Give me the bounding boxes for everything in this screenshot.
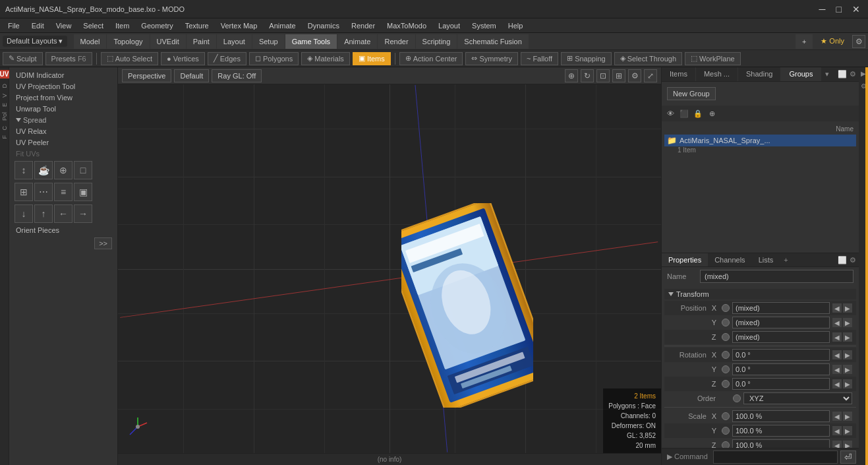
- layout-selector[interactable]: Default Layouts ▾: [3, 36, 67, 47]
- tool-icon-cup[interactable]: ☕: [34, 161, 53, 179]
- settings-icon[interactable]: ⚙: [852, 35, 865, 48]
- panel-settings-icon[interactable]: ⚙: [850, 70, 856, 78]
- polygons-button[interactable]: ◻ Polygons: [249, 52, 299, 65]
- order-select[interactable]: XYZ: [743, 392, 852, 404]
- menu-edit[interactable]: Edit: [26, 20, 49, 31]
- menu-animate[interactable]: Animate: [264, 20, 301, 31]
- rotation-y-dot[interactable]: [722, 365, 730, 373]
- position-y-next[interactable]: ▶: [843, 318, 852, 327]
- tool-uvpeeler[interactable]: UV Peeler: [12, 137, 115, 148]
- scale-x-input[interactable]: [732, 410, 830, 422]
- scale-x-next[interactable]: ▶: [843, 412, 852, 421]
- rotation-x-prev[interactable]: ◀: [832, 350, 842, 359]
- tab-scripting[interactable]: Scripting: [416, 34, 457, 49]
- menu-file[interactable]: File: [3, 20, 25, 31]
- rotation-x-dot[interactable]: [722, 351, 730, 359]
- scale-x-prev[interactable]: ◀: [832, 412, 842, 421]
- add-item-button[interactable]: ⊕: [706, 108, 718, 119]
- viewport-fit-icon[interactable]: ⊕: [565, 69, 578, 82]
- position-y-input[interactable]: [732, 317, 830, 328]
- scale-z-prev[interactable]: ◀: [832, 441, 842, 448]
- command-input[interactable]: [713, 450, 838, 464]
- position-z-prev[interactable]: ◀: [832, 332, 842, 342]
- scale-y-next[interactable]: ▶: [843, 426, 852, 435]
- tab-render[interactable]: Render: [378, 34, 415, 49]
- add-workspace-button[interactable]: +: [796, 34, 813, 49]
- vertices-button[interactable]: ● Vertices: [161, 52, 205, 65]
- viewport-settings-icon[interactable]: ⚙: [628, 69, 641, 82]
- tool-fituvs[interactable]: Fit UVs: [12, 148, 115, 159]
- tab-schematic[interactable]: Schematic Fusion: [457, 34, 528, 49]
- tab-animate[interactable]: Animate: [337, 34, 377, 49]
- tab-setup[interactable]: Setup: [252, 34, 285, 49]
- perspective-button[interactable]: Perspective: [122, 69, 171, 82]
- tool-udim[interactable]: UDIM Indicator: [12, 70, 115, 80]
- scale-y-input[interactable]: [732, 425, 830, 437]
- rotation-z-dot[interactable]: [722, 380, 730, 388]
- items-button[interactable]: ▣ Items: [353, 52, 391, 65]
- menu-layout[interactable]: Layout: [433, 20, 465, 31]
- render-toggle-button[interactable]: 🔒: [692, 108, 704, 119]
- scale-z-dot[interactable]: [722, 441, 730, 448]
- tool-icon-lines[interactable]: ≡: [54, 183, 72, 201]
- tool-icon-move[interactable]: ↕: [14, 161, 33, 179]
- tab-gametools[interactable]: Game Tools: [285, 34, 337, 49]
- add-tab-button[interactable]: +: [780, 253, 792, 266]
- tool-icon-cube[interactable]: □: [74, 161, 92, 179]
- close-button[interactable]: ✕: [850, 4, 863, 15]
- falloff-button[interactable]: ~ Falloff: [521, 52, 558, 65]
- menu-dynamics[interactable]: Dynamics: [303, 20, 345, 31]
- lock-toggle-button[interactable]: ⬛: [678, 108, 690, 119]
- viewport-zoom-icon[interactable]: ⊡: [596, 69, 610, 82]
- tool-icon-right[interactable]: →: [74, 204, 92, 223]
- tab-uvedit[interactable]: UVEdit: [150, 34, 186, 49]
- rotation-z-prev[interactable]: ◀: [832, 379, 842, 388]
- scale-z-next[interactable]: ▶: [843, 441, 852, 448]
- order-dot[interactable]: [733, 394, 741, 402]
- props-tab-lists[interactable]: Lists: [752, 253, 780, 266]
- menu-render[interactable]: Render: [346, 20, 380, 31]
- rotation-x-next[interactable]: ▶: [843, 350, 852, 359]
- tool-icon-dots[interactable]: ⋯: [34, 183, 53, 201]
- materials-button[interactable]: ◈ Materials: [301, 52, 350, 65]
- menu-item[interactable]: Item: [110, 20, 134, 31]
- action-center-button[interactable]: ⊕ Action Center: [399, 52, 463, 65]
- tab-topology[interactable]: Topology: [107, 34, 149, 49]
- tab-groups[interactable]: Groups: [781, 67, 821, 81]
- menu-vertexmap[interactable]: Vertex Map: [216, 20, 263, 31]
- sculpt-button[interactable]: ✎ Sculpt: [3, 52, 43, 65]
- menu-view[interactable]: View: [51, 20, 77, 31]
- workplane-button[interactable]: ⬚ WorkPlane: [685, 52, 741, 65]
- eye-toggle-button[interactable]: 👁: [664, 108, 676, 119]
- list-item[interactable]: 📁 ActiMaris_NASAL_Spray_...: [664, 135, 856, 146]
- panel-minimize-icon[interactable]: ⬜: [838, 70, 847, 78]
- tool-icon-box[interactable]: ▣: [74, 183, 92, 201]
- shading-default-button[interactable]: Default: [174, 69, 209, 82]
- tab-shading[interactable]: Shading: [738, 67, 781, 81]
- menu-system[interactable]: System: [467, 20, 502, 31]
- rotation-x-input[interactable]: [732, 349, 830, 361]
- scale-y-dot[interactable]: [722, 427, 730, 435]
- props-tab-channels[interactable]: Channels: [708, 253, 751, 266]
- rotation-z-next[interactable]: ▶: [843, 379, 852, 388]
- tool-icon-down[interactable]: ↓: [14, 204, 33, 223]
- tool-uvrelax[interactable]: UV Relax: [12, 126, 115, 137]
- menu-texture[interactable]: Texture: [180, 20, 214, 31]
- presets-button[interactable]: Presets F6: [45, 52, 92, 65]
- props-tab-properties[interactable]: Properties: [662, 253, 708, 266]
- transform-collapse-icon[interactable]: [668, 292, 674, 296]
- ray-gl-button[interactable]: Ray GL: Off: [212, 69, 262, 82]
- tool-uvprojection[interactable]: UV Projection Tool: [12, 81, 115, 92]
- position-y-prev[interactable]: ◀: [832, 318, 842, 327]
- scale-y-prev[interactable]: ◀: [832, 426, 842, 435]
- position-x-prev[interactable]: ◀: [832, 303, 842, 313]
- menu-maxtomodo[interactable]: MaxToModo: [382, 20, 432, 31]
- tab-mesh[interactable]: Mesh ...: [696, 67, 738, 81]
- tab-layout[interactable]: Layout: [217, 34, 252, 49]
- rotation-z-input[interactable]: [732, 378, 830, 390]
- viewport-rotate-icon[interactable]: ↻: [581, 69, 594, 82]
- position-x-input[interactable]: [732, 302, 830, 314]
- scale-z-input[interactable]: [732, 439, 830, 448]
- props-minimize-icon[interactable]: ⬜: [838, 256, 847, 264]
- rotation-y-prev[interactable]: ◀: [832, 365, 842, 374]
